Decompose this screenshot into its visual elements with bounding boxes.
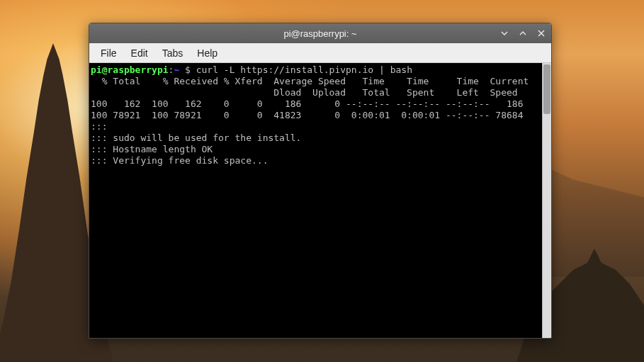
install-msg-1: ::: bbox=[91, 121, 107, 132]
curl-header-2: Dload Upload Total Spent Left Speed bbox=[91, 87, 518, 98]
menubar: File Edit Tabs Help bbox=[89, 43, 551, 63]
minimize-button[interactable] bbox=[499, 28, 510, 39]
window-title: pi@raspberrypi: ~ bbox=[283, 28, 356, 39]
curl-header-1: % Total % Received % Xferd Average Speed… bbox=[91, 76, 529, 86]
close-button[interactable] bbox=[536, 28, 547, 39]
install-msg-2: ::: sudo will be used for the install. bbox=[91, 132, 301, 143]
terminal-window: pi@raspberrypi: ~ File Edit Tabs Help pi… bbox=[89, 23, 552, 339]
terminal-area: pi@raspberrypi:~ $ curl -L https://insta… bbox=[89, 63, 551, 338]
curl-progress-row-1: 100 162 100 162 0 0 186 0 --:--:-- --:--… bbox=[91, 98, 523, 109]
titlebar[interactable]: pi@raspberrypi: ~ bbox=[89, 23, 551, 43]
menu-edit[interactable]: Edit bbox=[124, 45, 155, 61]
install-msg-4: ::: Verifying free disk space... bbox=[91, 155, 268, 166]
terminal-output[interactable]: pi@raspberrypi:~ $ curl -L https://insta… bbox=[89, 63, 542, 338]
terminal-scrollbar[interactable] bbox=[542, 63, 551, 338]
install-msg-3: ::: Hostname length OK bbox=[91, 144, 213, 154]
prompt-user-host: pi@raspberrypi bbox=[91, 64, 169, 75]
menu-help[interactable]: Help bbox=[190, 45, 225, 61]
prompt-sigil: $ bbox=[179, 64, 196, 75]
typed-command: curl -L https://install.pivpn.io | bash bbox=[196, 64, 412, 75]
scrollbar-thumb[interactable] bbox=[543, 64, 550, 114]
menu-file[interactable]: File bbox=[94, 45, 124, 61]
curl-progress-row-2: 100 78921 100 78921 0 0 41823 0 0:00:01 … bbox=[91, 110, 523, 120]
window-controls bbox=[499, 23, 547, 43]
maximize-button[interactable] bbox=[517, 28, 529, 39]
menu-tabs[interactable]: Tabs bbox=[155, 45, 191, 61]
